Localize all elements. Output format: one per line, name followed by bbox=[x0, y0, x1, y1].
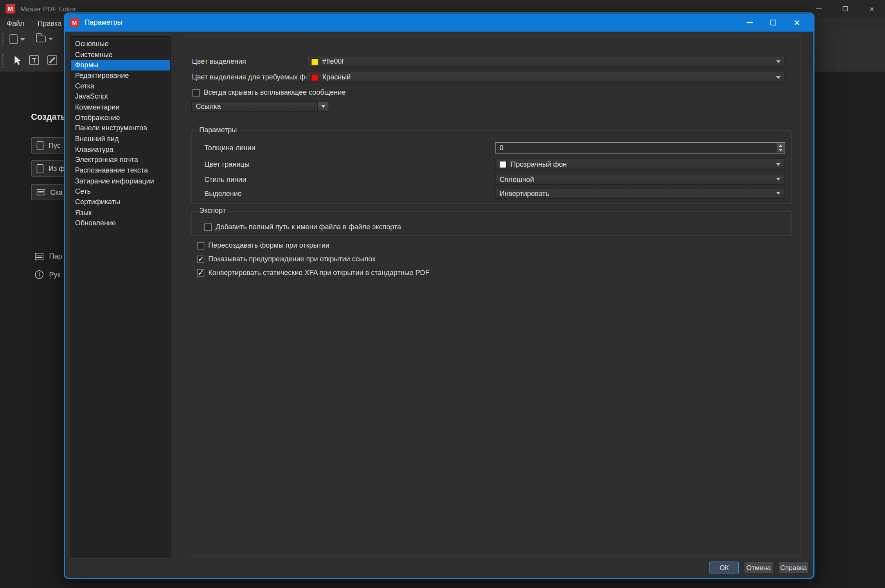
checkbox-label: Пересоздавать формы при открытии bbox=[208, 241, 329, 249]
dialog-sidebar: ОсновныеСистемныеФормыРедактированиеСетк… bbox=[70, 36, 170, 557]
sidebar-item-17[interactable]: Обновление bbox=[71, 218, 170, 228]
close-button[interactable]: × bbox=[858, 0, 885, 18]
window-controls: × bbox=[806, 0, 885, 18]
maximize-icon bbox=[843, 6, 848, 11]
chevron-down-icon bbox=[321, 105, 326, 108]
preferences-dialog: M Параметры ✕ ОсновныеСистемныеФормыРеда… bbox=[64, 13, 815, 579]
required-color-combobox[interactable]: Красный bbox=[306, 72, 785, 83]
help-button[interactable]: Справка bbox=[778, 561, 809, 573]
sidebar-item-14[interactable]: Сеть bbox=[71, 186, 170, 197]
object-type-combobox[interactable]: Ссылка bbox=[191, 101, 329, 111]
ok-button[interactable]: ОК bbox=[709, 561, 739, 573]
dialog-titlebar[interactable]: M Параметры ✕ bbox=[65, 14, 813, 32]
combo-dropdown-button[interactable] bbox=[317, 102, 329, 111]
parameters-group: Параметры Толщина линии 0 Цвет границы П… bbox=[191, 130, 792, 204]
line-style-label: Стиль линии bbox=[204, 174, 246, 185]
edit-forms-tool-button[interactable] bbox=[47, 55, 57, 65]
menu-item-1[interactable]: Правка bbox=[31, 18, 68, 29]
chevron-down-icon bbox=[776, 60, 781, 63]
edit-text-tool-button[interactable]: T bbox=[29, 55, 39, 65]
recreate-forms-checkbox[interactable]: Пересоздавать формы при открытии bbox=[197, 241, 329, 249]
checkbox-box[interactable] bbox=[197, 255, 204, 263]
form-edit-icon bbox=[47, 55, 57, 65]
minimize-icon bbox=[816, 9, 821, 9]
open-document-button[interactable] bbox=[36, 36, 53, 42]
border-color-label: Цвет границы bbox=[204, 158, 249, 170]
sidebar-item-4[interactable]: Сетка bbox=[71, 81, 170, 92]
scanner-icon bbox=[37, 189, 45, 195]
dialog-logo-icon: M bbox=[70, 18, 79, 27]
warn-links-checkbox[interactable]: Показывать предупреждение при открытии с… bbox=[197, 255, 375, 263]
line-style-combobox[interactable]: Сплошной bbox=[495, 174, 785, 184]
line-width-label: Толщина линии bbox=[204, 142, 255, 154]
highlight-mode-combobox[interactable]: Инвертировать bbox=[495, 188, 785, 198]
combo-value: #ffe00f bbox=[322, 58, 344, 65]
sidebar-item-5[interactable]: JavaScript bbox=[71, 92, 170, 102]
cancel-button[interactable]: Отмена bbox=[744, 561, 773, 573]
sidebar-item-1[interactable]: Системные bbox=[71, 49, 170, 60]
xfa-convert-checkbox[interactable]: Конвертировать статические XFA при откры… bbox=[197, 269, 429, 277]
toolbar-grip[interactable] bbox=[2, 54, 5, 68]
checkbox-box[interactable] bbox=[197, 269, 204, 276]
line-width-spinbox[interactable]: 0 bbox=[495, 142, 785, 154]
manual-link[interactable]: i Рук bbox=[35, 270, 60, 279]
sidebar-item-9[interactable]: Внешний вид bbox=[71, 134, 170, 144]
sidebar-item-11[interactable]: Электронная почта bbox=[71, 155, 170, 165]
new-document-icon bbox=[10, 34, 18, 44]
text-tool-icon: T bbox=[29, 55, 39, 65]
close-icon: ✕ bbox=[793, 18, 800, 27]
open-folder-icon bbox=[36, 36, 46, 42]
link-label: Пар bbox=[49, 252, 62, 260]
sidebar-item-12[interactable]: Распознавание текста bbox=[71, 165, 170, 176]
spin-value: 0 bbox=[500, 144, 504, 152]
sidebar-item-15[interactable]: Сертификаты bbox=[71, 197, 170, 207]
chevron-down-icon bbox=[20, 38, 25, 40]
sidebar-item-16[interactable]: Язык bbox=[71, 207, 170, 218]
create-button-label: Пус bbox=[49, 141, 61, 149]
spin-down-button[interactable] bbox=[777, 148, 784, 153]
sidebar-item-7[interactable]: Отображение bbox=[71, 113, 170, 123]
sidebar-item-6[interactable]: Комментарии bbox=[71, 102, 170, 113]
combo-value: Сплошной bbox=[500, 175, 534, 183]
maximize-button[interactable] bbox=[832, 0, 858, 18]
checkbox-box[interactable] bbox=[197, 242, 204, 249]
combo-value: Инвертировать bbox=[500, 189, 549, 197]
sidebar-item-10[interactable]: Клавиатура bbox=[71, 144, 170, 155]
cursor-icon bbox=[14, 55, 22, 65]
combo-value: Прозрачный фон bbox=[511, 160, 567, 168]
close-icon: × bbox=[869, 5, 874, 13]
hide-popup-checkbox[interactable]: Всегда скрывать всплывающее сообщение bbox=[192, 88, 345, 96]
checkbox-box[interactable] bbox=[192, 89, 200, 96]
dialog-minimize-button[interactable] bbox=[738, 14, 761, 32]
spin-up-button[interactable] bbox=[777, 143, 784, 147]
color-swatch bbox=[311, 58, 318, 65]
select-tool-button[interactable] bbox=[14, 55, 22, 65]
sidebar-item-8[interactable]: Панели инструментов bbox=[71, 123, 170, 134]
menu-item-0[interactable]: Файл bbox=[0, 18, 31, 29]
sidebar-item-3[interactable]: Редактирование bbox=[71, 70, 170, 81]
checkbox-label: Всегда скрывать всплывающее сообщение bbox=[204, 88, 346, 96]
checkbox-label: Показывать предупреждение при открытии с… bbox=[208, 255, 375, 263]
sidebar-item-2[interactable]: Формы bbox=[71, 60, 170, 70]
sidebar-item-13[interactable]: Затирание информации bbox=[71, 176, 170, 186]
new-document-button[interactable] bbox=[10, 34, 25, 44]
preferences-icon bbox=[35, 253, 43, 260]
sidebar-item-0[interactable]: Основные bbox=[71, 39, 170, 50]
border-color-combobox[interactable]: Прозрачный фон bbox=[495, 158, 785, 170]
checkbox-box[interactable] bbox=[204, 223, 212, 231]
preferences-link[interactable]: Пар bbox=[35, 252, 62, 260]
color-swatch bbox=[311, 74, 318, 81]
app-logo-icon: M bbox=[5, 4, 15, 14]
link-label: Рук bbox=[49, 271, 61, 279]
combo-value: Ссылка bbox=[196, 102, 221, 110]
export-full-path-checkbox[interactable]: Добавить полный путь к имени файла в фай… bbox=[204, 223, 401, 231]
highlight-color-combobox[interactable]: #ffe00f bbox=[306, 56, 785, 67]
dialog-title: Параметры bbox=[85, 19, 122, 27]
dialog-window-controls: ✕ bbox=[738, 14, 809, 32]
dialog-maximize-button[interactable] bbox=[761, 14, 785, 32]
checkbox-label: Добавить полный путь к имени файла в фай… bbox=[216, 223, 401, 231]
dialog-close-button[interactable]: ✕ bbox=[785, 14, 809, 32]
chevron-down-icon bbox=[776, 163, 781, 165]
toolbar-grip[interactable] bbox=[2, 33, 5, 46]
chevron-down-icon bbox=[776, 178, 781, 180]
